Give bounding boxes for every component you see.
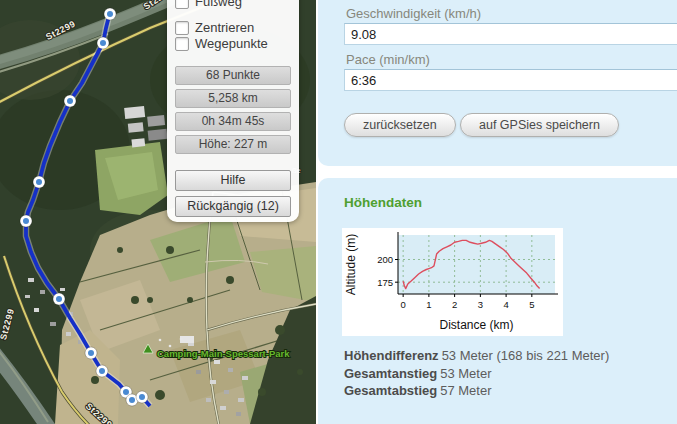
fussweg-checkbox[interactable] [175,0,189,9]
zentrieren-label: Zentrieren [195,20,254,35]
elevation-heading: Höhendaten [344,195,422,210]
elevation-stats: Höhendifferenz53 Meter (168 bis 221 Mete… [344,347,609,400]
svg-text:4: 4 [503,299,508,310]
speed-label: Geschwindigkeit (km/h) [346,6,481,21]
svg-text:1: 1 [426,299,431,310]
svg-text:5: 5 [529,299,534,310]
fussweg-label: Fußweg [195,0,242,9]
camping-label: Camping-Main-Spessart-Park [157,348,290,359]
svg-text:175: 175 [377,277,393,288]
altitude-badge: Höhe: 227 m [175,135,291,154]
elevation-chart: 012345175200Distance (km)Altitude (m) [342,228,563,336]
map-tools-panel: Fußweg Zentrieren Wegepunkte 68 Punkte 5… [167,0,299,222]
duration-badge: 0h 34m 45s [175,112,291,131]
save-button[interactable]: auf GPSies speichern [460,113,619,137]
total-descent-line: Gesamtabstieg57 Meter [344,382,609,400]
pace-label: Pace (min/km) [346,52,430,67]
gpsies-track-editor: St2299 St2299 St2299 St2299 ße Camping-M… [0,0,677,424]
wegepunkte-row: Wegepunkte [175,36,268,51]
svg-text:3: 3 [478,299,483,310]
undo-button[interactable]: Rückgängig (12) [175,196,291,217]
elevation-diff-line: Höhendifferenz53 Meter (168 bis 221 Mete… [344,347,609,365]
svg-text:0: 0 [400,299,405,310]
wegepunkte-checkbox[interactable] [175,37,189,51]
zentrieren-row: Zentrieren [175,20,254,35]
svg-text:Altitude (m): Altitude (m) [344,234,358,295]
help-button[interactable]: Hilfe [175,170,291,191]
reset-button[interactable]: zurücksetzen [344,113,456,137]
elevation-chart-svg: 012345175200Distance (km)Altitude (m) [342,228,563,336]
zentrieren-checkbox[interactable] [175,21,189,35]
satellite-map[interactable]: St2299 St2299 St2299 St2299 ße Camping-M… [0,0,316,424]
speed-input[interactable] [344,23,677,45]
svg-text:2: 2 [452,299,457,310]
svg-text:200: 200 [377,254,393,265]
svg-text:Distance (km): Distance (km) [439,318,513,332]
distance-badge: 5,258 km [175,89,291,108]
fussweg-row: Fußweg [175,0,242,9]
total-ascent-line: Gesamtanstieg53 Meter [344,365,609,383]
wegepunkte-label: Wegepunkte [195,36,268,51]
points-count-badge: 68 Punkte [175,66,291,85]
pace-input[interactable] [344,69,677,91]
